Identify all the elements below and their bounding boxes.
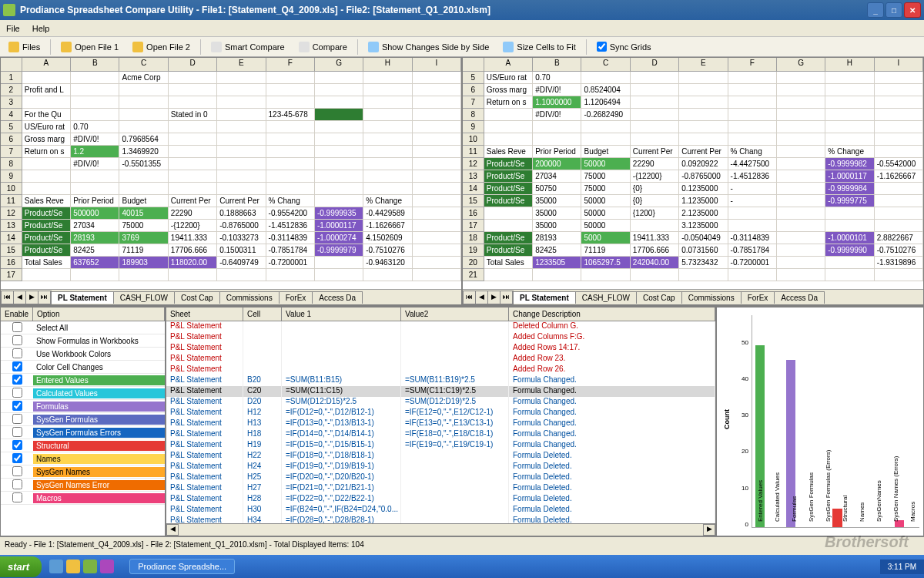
cell-C7[interactable]: 1.1206494 [581,96,630,109]
tab-nav-button[interactable]: ▶ [488,291,500,304]
cell-I10[interactable] [875,133,923,146]
cell-G10[interactable] [315,183,363,195]
cell-D15[interactable]: 17706.666 [169,244,217,257]
grid-row[interactable]: 6Gross marg#DIV/0!0.8524004 [463,84,923,96]
cell-E14[interactable]: -0.1033273 [217,232,266,244]
sheet-tab[interactable]: PL Statement [51,291,114,304]
cell-C11[interactable]: Budget [119,195,168,207]
cell-E20[interactable]: 5.7323432 [679,257,728,269]
option-row[interactable]: Color Cell Changes [1,361,165,374]
grid-row[interactable]: 15Product/Se3500050000{0}1.1235000--0.99… [463,195,923,207]
option-checkbox[interactable] [12,453,22,463]
cell-B13[interactable]: 27034 [71,220,119,232]
cell-H4[interactable] [363,109,412,121]
cell-D4[interactable]: Stated in 0 [169,109,217,121]
cell-F8[interactable] [728,109,777,121]
grid-row[interactable]: 1735000500003.1235000 [463,220,923,232]
cell-D21[interactable] [631,269,679,281]
cell-H15[interactable]: -0.7510276 [363,244,412,257]
cell-D9[interactable] [169,170,217,183]
cell-I14[interactable] [875,183,923,195]
cell-I3[interactable] [413,96,461,109]
cell-D17[interactable] [169,269,217,281]
cell-F5[interactable] [728,72,777,84]
cell-D7[interactable] [631,96,679,109]
cell-C2[interactable] [119,84,168,96]
cell-A18[interactable]: Product/Se [484,232,533,244]
cell-D17[interactable] [631,220,679,232]
cell-A19[interactable]: Product/Se [484,244,533,257]
cell-F14[interactable]: - [728,183,777,195]
cell-D18[interactable]: 19411.333 [631,232,679,244]
cell-A11[interactable]: Sales Reve [22,195,71,207]
cell-A6[interactable]: Gross marg [22,133,71,146]
cell-I10[interactable] [413,183,461,195]
cell-C10[interactable] [581,133,630,146]
option-row[interactable]: Entered Values [1,374,165,387]
cell-D7[interactable] [169,146,217,158]
cell-B5[interactable]: 0.70 [71,121,119,133]
cell-E2[interactable] [217,84,266,96]
cell-G18[interactable] [777,232,825,244]
cell-B18[interactable]: 28193 [533,232,581,244]
tab-nav-button[interactable]: ⏮ [464,291,476,304]
cell-A2[interactable]: Profit and L [22,84,71,96]
change-row[interactable]: P&L StatementC20=SUM(C11:C15)=SUM(C11:C1… [166,386,715,397]
cell-D19[interactable]: 17706.666 [631,244,679,257]
tab-nav-button[interactable]: ⏭ [38,291,51,304]
cell-A17[interactable] [22,269,71,281]
cell-H20[interactable] [825,257,874,269]
cell-F17[interactable] [266,269,315,281]
option-row[interactable]: Select All [1,321,165,334]
cell-I20[interactable]: -1.9319896 [875,257,923,269]
cell-I9[interactable] [875,121,923,133]
open-file2-button[interactable]: Open File 2 [127,39,196,55]
cell-B15[interactable]: 82425 [71,244,119,257]
cell-E5[interactable] [217,121,266,133]
cell-G21[interactable] [777,269,825,281]
cell-G5[interactable] [315,121,363,133]
change-row[interactable]: P&L StatementAdded Row 23. [166,354,715,365]
cell-H16[interactable] [825,207,874,220]
option-checkbox[interactable] [12,388,22,398]
grid-row[interactable]: 14Product/Se28193376919411.333-0.1033273… [1,232,461,244]
cell-D5[interactable] [169,121,217,133]
tab-nav-button[interactable]: ◀ [14,291,26,304]
cell-H9[interactable] [363,170,412,183]
cell-C19[interactable]: 71119 [581,244,630,257]
cell-B9[interactable] [71,170,119,183]
menu-file[interactable]: File [6,24,20,33]
option-row[interactable]: Structural [1,439,165,452]
cell-G14[interactable] [777,183,825,195]
cell-E8[interactable] [679,109,728,121]
cell-A12[interactable]: Product/Se [484,158,533,170]
cell-B20[interactable]: 1233505 [533,257,581,269]
grid-row[interactable]: 3 [1,96,461,109]
option-checkbox[interactable] [12,414,22,424]
cell-D6[interactable] [631,84,679,96]
cell-B19[interactable]: 82425 [533,244,581,257]
grid-row[interactable]: 8#DIV/0!-0.2682490 [463,109,923,121]
cell-B16[interactable]: 35000 [533,207,581,220]
cell-G12[interactable]: -0.9999935 [315,207,363,220]
cell-I5[interactable] [413,121,461,133]
cell-E11[interactable]: Current Per [679,146,728,158]
option-checkbox[interactable] [12,375,22,385]
cell-D6[interactable] [169,133,217,146]
cell-C16[interactable]: 189903 [119,257,168,269]
cell-C6[interactable]: 0.8524004 [581,84,630,96]
cell-E7[interactable] [679,96,728,109]
cell-E17[interactable] [217,269,266,281]
cell-D16[interactable]: {1200} [631,207,679,220]
cell-C17[interactable]: 50000 [581,220,630,232]
grid-row[interactable]: 11Sales RevePrior PeriodBudgetCurrent Pe… [1,195,461,207]
cell-B7[interactable]: 1.2 [71,146,119,158]
cell-F6[interactable] [728,84,777,96]
sheet-tab[interactable]: PL Statement [513,291,576,304]
cell-H5[interactable] [825,72,874,84]
cell-F11[interactable]: % Chang [728,146,777,158]
cell-B10[interactable] [71,183,119,195]
cell-G11[interactable] [777,146,825,158]
cell-F15[interactable]: -0.7851784 [266,244,315,257]
cell-F6[interactable] [266,133,315,146]
